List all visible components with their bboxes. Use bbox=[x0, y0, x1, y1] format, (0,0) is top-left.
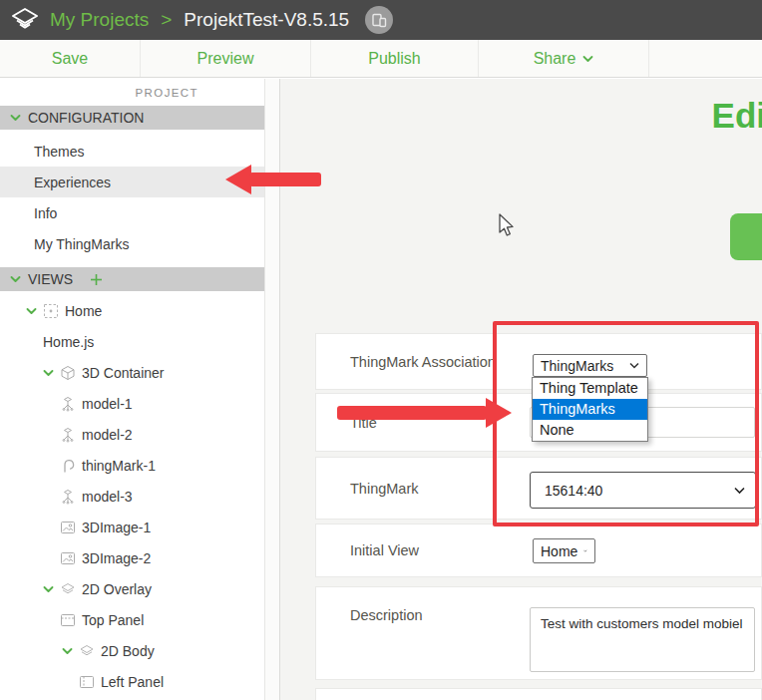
form-row-description: Description Test with customers model mo… bbox=[315, 586, 762, 680]
model-icon bbox=[60, 489, 76, 505]
tree-label: thingMark-1 bbox=[82, 458, 156, 474]
sidebar-panel-tab[interactable]: PROJECT bbox=[0, 79, 264, 106]
initial-view-label: Initial View bbox=[350, 542, 419, 558]
tree-item-top-panel[interactable]: Top Panel bbox=[0, 604, 264, 635]
publish-button[interactable]: Publish bbox=[311, 40, 479, 77]
image-icon bbox=[60, 520, 76, 535]
description-textarea[interactable]: Test with customers model mobiel bbox=[530, 607, 755, 672]
sidebar-item-themes[interactable]: Themes bbox=[0, 136, 264, 167]
breadcrumb-my-projects[interactable]: My Projects bbox=[50, 9, 149, 31]
tree-label: Left Panel bbox=[101, 674, 164, 690]
themes-label: Themes bbox=[34, 144, 85, 160]
chevron-down-icon bbox=[582, 55, 593, 63]
tree-label: 2D Body bbox=[101, 643, 155, 659]
chevron-down-icon[interactable] bbox=[62, 647, 73, 655]
device-selector-button[interactable] bbox=[365, 6, 393, 34]
thingmark-icon bbox=[60, 458, 76, 474]
chevron-down-icon[interactable] bbox=[43, 369, 54, 377]
left-panel-icon bbox=[79, 674, 95, 690]
page-title: Edi bbox=[712, 96, 762, 136]
publish-button-label: Publish bbox=[368, 50, 420, 68]
tree-label: model-1 bbox=[82, 396, 133, 412]
tree-item-3d-container[interactable]: 3D Container bbox=[0, 357, 264, 388]
tree-label: model-2 bbox=[82, 427, 133, 443]
tree-item-model-1[interactable]: model-1 bbox=[0, 388, 264, 419]
image-icon bbox=[60, 550, 76, 566]
thingmark-label: ThingMark bbox=[350, 481, 419, 497]
devices-icon bbox=[371, 12, 387, 28]
chevron-down-icon bbox=[10, 275, 21, 283]
initial-view-select[interactable]: Home bbox=[533, 538, 595, 563]
views-header-label: VIEWS bbox=[28, 271, 73, 287]
tree-label: Top Panel bbox=[82, 612, 144, 628]
preview-button[interactable]: Preview bbox=[141, 40, 311, 77]
sidebar-item-my-thingmarks[interactable]: My ThingMarks bbox=[0, 228, 264, 259]
home-view-icon bbox=[43, 303, 59, 319]
chevron-down-icon[interactable] bbox=[43, 585, 54, 593]
experiences-label: Experiences bbox=[34, 175, 111, 190]
views-section-header[interactable]: VIEWS bbox=[0, 267, 264, 291]
sidebar-item-info[interactable]: Info bbox=[0, 197, 264, 228]
tree-label: 3DImage-1 bbox=[82, 520, 151, 535]
tree-label: 3DImage-2 bbox=[82, 550, 151, 566]
share-button-label: Share bbox=[534, 50, 576, 68]
tree-label: model-3 bbox=[82, 489, 133, 505]
tree-item-2d-overlay[interactable]: 2D Overlay bbox=[0, 573, 264, 604]
breadcrumb-separator: > bbox=[161, 9, 172, 31]
save-button-label: Save bbox=[52, 50, 88, 68]
layers-icon bbox=[79, 643, 95, 659]
configuration-header-label: CONFIGURATION bbox=[28, 110, 144, 126]
tree-item-model-3[interactable]: model-3 bbox=[0, 481, 264, 512]
mouse-cursor bbox=[497, 213, 515, 243]
tree-item-left-panel[interactable]: Left Panel bbox=[0, 666, 264, 697]
action-toolbar: Save Preview Publish Share bbox=[0, 40, 762, 78]
layers-icon bbox=[60, 581, 76, 597]
tree-item-3dimage-1[interactable]: 3DImage-1 bbox=[0, 512, 264, 542]
done-button[interactable] bbox=[730, 213, 762, 260]
configuration-section-header[interactable]: CONFIGURATION bbox=[0, 106, 264, 130]
thingmark-association-label: ThingMark Association bbox=[350, 354, 496, 370]
my-thingmarks-label: My ThingMarks bbox=[34, 236, 129, 252]
tree-item-3dimage-2[interactable]: 3DImage-2 bbox=[0, 542, 264, 573]
form-row-partial bbox=[315, 688, 762, 700]
tree-label: Home bbox=[65, 303, 102, 319]
annotation-rectangle bbox=[493, 321, 759, 526]
chevron-down-icon bbox=[583, 547, 587, 554]
form-row-initial-view: Initial View Home bbox=[315, 524, 762, 577]
preview-button-label: Preview bbox=[197, 50, 254, 68]
tree-label: 2D Overlay bbox=[82, 581, 152, 597]
save-button[interactable]: Save bbox=[0, 40, 141, 77]
3d-container-icon bbox=[60, 365, 76, 381]
app-logo-icon bbox=[10, 7, 40, 34]
top-bar: My Projects > ProjektTest-V8.5.15 bbox=[0, 0, 762, 40]
description-label: Description bbox=[350, 607, 423, 623]
tree-item-2d-body[interactable]: 2D Body bbox=[0, 635, 264, 666]
toolbar-spacer bbox=[649, 40, 762, 77]
tree-label: 3D Container bbox=[82, 365, 165, 381]
top-panel-icon bbox=[60, 612, 76, 628]
model-icon bbox=[60, 396, 76, 412]
initial-view-value: Home bbox=[541, 543, 577, 559]
breadcrumb-project-name: ProjektTest-V8.5.15 bbox=[184, 9, 349, 31]
app-window: My Projects > ProjektTest-V8.5.15 Save P… bbox=[0, 0, 762, 700]
info-label: Info bbox=[34, 205, 57, 221]
tree-item-home-js[interactable]: Home.js bbox=[0, 326, 264, 357]
tree-item-home[interactable]: Home bbox=[0, 295, 264, 326]
chevron-down-icon[interactable] bbox=[26, 307, 37, 315]
tree-label: Home.js bbox=[43, 334, 94, 350]
chevron-down-icon bbox=[10, 114, 21, 122]
share-button[interactable]: Share bbox=[479, 40, 649, 77]
add-view-icon[interactable] bbox=[90, 273, 103, 286]
model-icon bbox=[60, 427, 76, 443]
tree-item-model-2[interactable]: model-2 bbox=[0, 419, 264, 450]
tree-item-thingmark-1[interactable]: thingMark-1 bbox=[0, 450, 264, 481]
views-tree: Home Home.js 3D Container bbox=[0, 295, 264, 697]
